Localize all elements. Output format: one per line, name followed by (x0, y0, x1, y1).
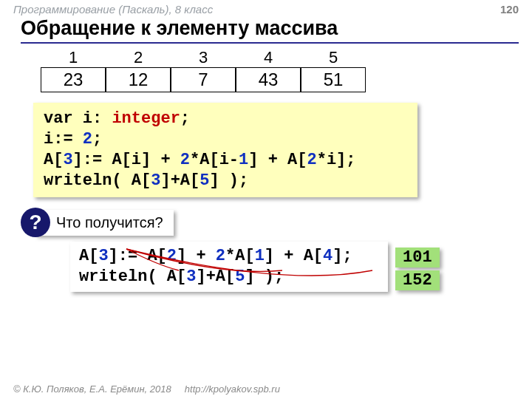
code-box-1: var i: integer; i:= 2; A[3]:= A[i] + 2*A… (33, 103, 417, 197)
value-cell: 12 (106, 67, 171, 92)
index-cell: 5 (301, 48, 366, 67)
course-name: Программирование (Паскаль), 8 класс (13, 3, 213, 16)
page-number: 120 (500, 3, 519, 16)
code-line: writeln( A[3]+A[5] ); (79, 267, 379, 287)
question-text: Что получится? (35, 210, 174, 236)
value-cell: 43 (236, 67, 301, 92)
index-row: 1 2 3 4 5 (41, 48, 532, 67)
index-cell: 3 (171, 48, 236, 67)
value-cell: 23 (41, 67, 106, 92)
code-line: i:= 2; (44, 129, 407, 150)
index-cell: 2 (106, 48, 171, 67)
header-bar: Программирование (Паскаль), 8 класс 120 (0, 0, 532, 17)
code-box-2: A[3]:= A[2] + 2*A[1] + A[4]; writeln( A[… (70, 242, 388, 292)
value-row: 23 12 7 43 51 (41, 67, 532, 92)
title-underline (21, 42, 519, 44)
code-line: writeln( A[3]+A[5] ); (44, 171, 407, 191)
array-display: 1 2 3 4 5 23 12 7 43 51 (41, 48, 532, 92)
code-line: A[3]:= A[2] + 2*A[1] + A[4]; (79, 246, 379, 267)
page-title: Обращение к элементу массива (0, 17, 532, 42)
results-column: 101 152 (395, 248, 440, 290)
value-cell: 51 (301, 67, 366, 92)
question-mark-icon: ? (21, 208, 50, 237)
result-value: 152 (395, 270, 440, 290)
result-value: 101 (395, 248, 440, 267)
footer-url: http://kpolyakov.spb.ru (185, 383, 280, 395)
index-cell: 1 (41, 48, 106, 67)
value-cell: 7 (171, 67, 236, 92)
code-line: A[3]:= A[i] + 2*A[i-1] + A[2*i]; (44, 150, 407, 171)
code-line: var i: integer; (44, 109, 407, 129)
index-cell: 4 (236, 48, 301, 67)
copyright: © К.Ю. Поляков, Е.А. Ерёмин, 2018 (13, 383, 171, 395)
question-row: ? Что получится? (21, 208, 532, 237)
footer: © К.Ю. Поляков, Е.А. Ерёмин, 2018 http:/… (13, 383, 280, 395)
